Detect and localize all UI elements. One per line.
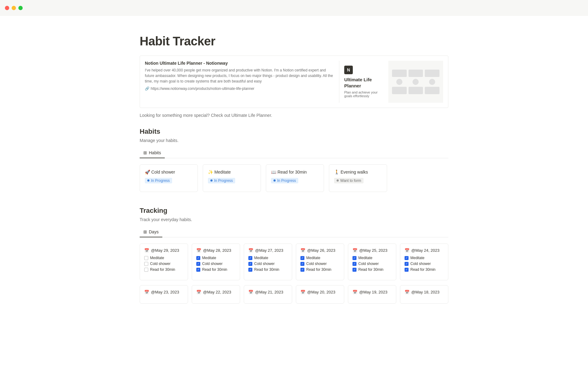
day-item[interactable]: Read for 30min — [196, 267, 236, 272]
tracking-section: Tracking Track your everyday habits. ⊞ D… — [140, 207, 448, 304]
habits-section: Habits Manage your habits. ⊞ Habits 🚀 Co… — [140, 128, 448, 192]
banner-card[interactable]: Notion Ultimate Life Planner - Notionway… — [140, 56, 448, 108]
day-card-partial[interactable]: 📅@May 23, 2023 — [140, 285, 188, 304]
banner-text: Notion Ultimate Life Planner - Notionway… — [145, 61, 339, 103]
habit-card-title: 🚀 Cold shower — [145, 170, 193, 174]
banner-title: Notion Ultimate Life Planner - Notionway — [145, 61, 334, 66]
checkbox[interactable] — [405, 268, 409, 272]
close-button[interactable] — [5, 6, 9, 10]
checkbox[interactable] — [405, 256, 409, 260]
day-item-label: Cold shower — [150, 262, 171, 266]
day-item[interactable]: Cold shower — [248, 262, 288, 266]
banner-preview-title: Ultimate Life Planner — [344, 77, 383, 89]
calendar-icon: 📅 — [144, 248, 149, 253]
day-card[interactable]: 📅@May 28, 2023MeditateCold showerRead fo… — [192, 243, 240, 280]
habits-section-title: Habits — [140, 128, 448, 136]
calendar-icon: 📅 — [144, 290, 149, 294]
day-item[interactable]: Meditate — [196, 256, 236, 260]
checkbox[interactable] — [300, 268, 304, 272]
tab-days[interactable]: ⊞ Days — [140, 227, 162, 237]
day-date: 📅@May 22, 2023 — [196, 290, 236, 294]
checkbox[interactable] — [144, 256, 148, 260]
day-item[interactable]: Cold shower — [405, 262, 444, 266]
checkbox[interactable] — [248, 262, 252, 266]
preview-cell — [409, 87, 423, 94]
day-card[interactable]: 📅@May 26, 2023MeditateCold showerRead fo… — [296, 243, 344, 280]
day-item[interactable]: Cold shower — [196, 262, 236, 266]
days-grid-row2: 📅@May 23, 2023📅@May 22, 2023📅@May 21, 20… — [140, 285, 448, 304]
calendar-icon: 📅 — [352, 248, 357, 253]
looking-text: Looking for something more special? Chec… — [140, 113, 448, 118]
checkbox[interactable] — [352, 262, 356, 266]
checkbox[interactable] — [196, 256, 200, 260]
minimize-button[interactable] — [12, 6, 16, 10]
calendar-icon: 📅 — [196, 248, 201, 253]
day-item[interactable]: Meditate — [300, 256, 340, 260]
day-card[interactable]: 📅@May 29, 2023MeditateCold showerRead fo… — [140, 243, 188, 280]
day-item[interactable]: Meditate — [405, 256, 444, 260]
day-item-label: Meditate — [202, 256, 216, 260]
checkbox[interactable] — [300, 262, 304, 266]
day-item-label: Cold shower — [254, 262, 275, 266]
status-badge: In Progress — [145, 178, 172, 183]
calendar-icon: 📅 — [352, 290, 357, 294]
preview-circle — [429, 79, 435, 85]
day-date: 📅@May 29, 2023 — [144, 248, 183, 253]
day-item[interactable]: Cold shower — [352, 262, 392, 266]
day-item-label: Cold shower — [410, 262, 431, 266]
habit-card[interactable]: 🚀 Cold showerIn Progress — [140, 164, 198, 192]
checkbox[interactable] — [248, 268, 252, 272]
checkbox[interactable] — [196, 262, 200, 266]
day-date: 📅@May 21, 2023 — [248, 290, 288, 294]
day-item[interactable]: Meditate — [248, 256, 288, 260]
tab-habits[interactable]: ⊞ Habits — [140, 148, 165, 158]
day-card-partial[interactable]: 📅@May 18, 2023 — [400, 285, 448, 304]
checkbox[interactable] — [300, 256, 304, 260]
day-item[interactable]: Cold shower — [144, 262, 183, 266]
checkbox[interactable] — [144, 268, 148, 272]
day-card-partial[interactable]: 📅@May 22, 2023 — [192, 285, 240, 304]
calendar-icon: 📅 — [405, 290, 409, 294]
day-item[interactable]: Read for 30min — [352, 267, 392, 272]
status-dot — [337, 179, 339, 182]
day-card-partial[interactable]: 📅@May 19, 2023 — [348, 285, 396, 304]
preview-circle — [396, 79, 402, 85]
day-date: 📅@May 20, 2023 — [300, 290, 340, 294]
habit-card-title: 🚶 Evening walks — [334, 170, 382, 174]
habit-card[interactable]: 🚶 Evening walksWant to form — [329, 164, 387, 192]
day-card[interactable]: 📅@May 27, 2023MeditateCold showerRead fo… — [244, 243, 292, 280]
calendar-icon: 📅 — [300, 290, 305, 294]
day-item-label: Meditate — [410, 256, 424, 260]
habit-card[interactable]: 📖 Read for 30minIn Progress — [266, 164, 324, 192]
tracking-section-title: Tracking — [140, 207, 448, 215]
day-item-label: Read for 30min — [410, 267, 435, 272]
day-date: 📅@May 23, 2023 — [144, 290, 183, 294]
checkbox[interactable] — [248, 256, 252, 260]
day-item[interactable]: Meditate — [352, 256, 392, 260]
day-item[interactable]: Read for 30min — [300, 267, 340, 272]
habit-card[interactable]: ✨ MeditateIn Progress — [203, 164, 261, 192]
day-item[interactable]: Read for 30min — [248, 267, 288, 272]
day-item[interactable]: Read for 30min — [144, 267, 183, 272]
tracking-tabs: ⊞ Days — [140, 227, 448, 237]
day-item-label: Read for 30min — [358, 267, 383, 272]
day-item[interactable]: Cold shower — [300, 262, 340, 266]
day-card-partial[interactable]: 📅@May 20, 2023 — [296, 285, 344, 304]
tracking-section-subtitle: Track your everyday habits. — [140, 217, 448, 222]
day-card[interactable]: 📅@May 25, 2023MeditateCold showerRead fo… — [348, 243, 396, 280]
maximize-button[interactable] — [18, 6, 23, 10]
checkbox[interactable] — [352, 256, 356, 260]
checkbox[interactable] — [405, 262, 409, 266]
day-item[interactable]: Read for 30min — [405, 267, 444, 272]
checkbox[interactable] — [196, 268, 200, 272]
preview-circle — [413, 79, 419, 85]
day-card[interactable]: 📅@May 24, 2023MeditateCold showerRead fo… — [400, 243, 448, 280]
day-item-label: Meditate — [254, 256, 268, 260]
main-content: Habit Tracker Notion Ultimate Life Plann… — [110, 16, 478, 322]
checkbox[interactable] — [352, 268, 356, 272]
day-card-partial[interactable]: 📅@May 21, 2023 — [244, 285, 292, 304]
day-item[interactable]: Meditate — [144, 256, 183, 260]
habit-card-title: 📖 Read for 30min — [271, 170, 319, 174]
banner-preview: N Ultimate Life Planner Plan and achieve… — [339, 61, 443, 103]
checkbox[interactable] — [144, 262, 148, 266]
